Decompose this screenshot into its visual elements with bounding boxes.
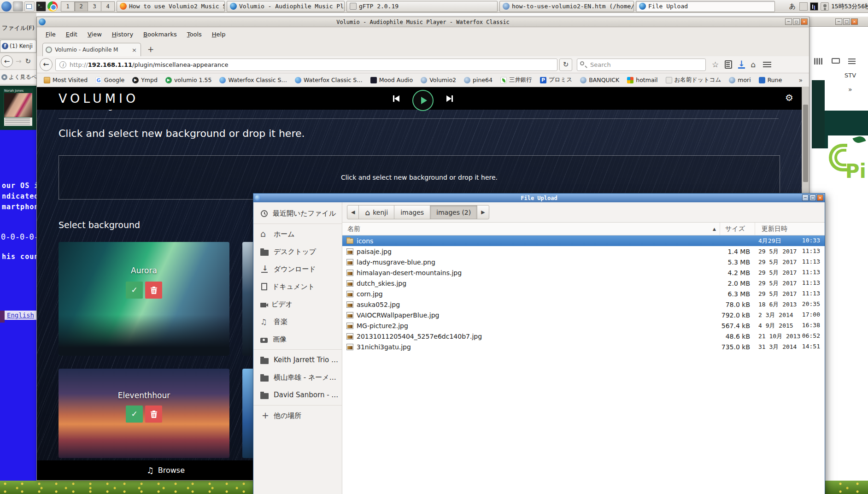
file-row[interactable]: MG-picture2.jpg567.4 kB4 9月 201516:38	[342, 320, 825, 331]
bg-tab-kenji[interactable]: f (1) Kenji	[0, 40, 36, 53]
delete-background-button[interactable]	[145, 406, 162, 423]
delete-background-button[interactable]	[145, 282, 162, 299]
workspace-3[interactable]: 3	[88, 1, 101, 12]
column-header-modified[interactable]: 更新日時	[755, 223, 825, 235]
maximize-icon[interactable]: □	[793, 18, 800, 25]
tray-icon[interactable]	[821, 2, 829, 11]
previous-track-icon[interactable]	[393, 95, 400, 102]
bookmark-item[interactable]: pine64	[462, 76, 495, 84]
bookmark-item[interactable]: volumio 1.55	[163, 76, 214, 84]
menu-view[interactable]: View	[82, 29, 107, 40]
file-row[interactable]: dutch_skies.jpg2.0 MB29 5月 201711:13	[342, 278, 825, 288]
close-icon[interactable]: ×	[801, 18, 808, 25]
tray-icon[interactable]	[799, 2, 808, 11]
reload-icon[interactable]: ↻	[25, 57, 31, 65]
close-icon[interactable]: ×	[817, 194, 823, 201]
tab-close-icon[interactable]: ×	[131, 47, 138, 53]
dialog-titlebar[interactable]: File Upload ─ □ ×	[253, 194, 825, 202]
bookmark-item[interactable]: プロミス	[538, 75, 575, 85]
sidebar-item-home[interactable]: ホーム	[253, 225, 342, 243]
file-row[interactable]: 20131011205404_5257e6dc140b7.jpg48.6 kB2…	[342, 331, 825, 341]
bookmark-item[interactable]: Most Visited	[41, 76, 90, 84]
apply-background-button[interactable]: ✓	[126, 282, 143, 299]
bookmark-star-icon[interactable]: ☆	[712, 60, 719, 69]
windows-icon[interactable]	[24, 1, 35, 12]
menu-tools[interactable]: Tools	[182, 29, 207, 40]
ime-indicator[interactable]: あ	[789, 2, 796, 11]
sidebar-item-bookmark[interactable]: 横山幸雄 - ネーメ…	[253, 369, 342, 386]
site-info-icon[interactable]: i	[59, 61, 66, 68]
bookmark-item[interactable]: Waterfox Classic S…	[293, 76, 365, 84]
breadcrumb-images-2[interactable]: images (2)	[430, 205, 477, 219]
tray-icon[interactable]	[810, 2, 818, 11]
play-button[interactable]	[412, 90, 434, 111]
file-row[interactable]: asuka052.jpg78.0 kB18 6月 201320:35	[342, 299, 825, 310]
sidebar-item-pictures[interactable]: 画像	[253, 330, 342, 348]
bookmark-item[interactable]: Google	[93, 76, 127, 84]
column-header-name[interactable]: 名前▲	[342, 225, 720, 233]
bookmark-item[interactable]: 三井銀行	[498, 75, 534, 85]
menu-bookmarks[interactable]: Bookmarks	[138, 29, 182, 40]
bookmark-item[interactable]: Volumio2	[418, 76, 458, 84]
file-row[interactable]: paisaje.jpg1.4 MB29 5月 201711:13	[342, 246, 825, 257]
bookmark-item[interactable]: Waterfox Classic S…	[217, 76, 289, 84]
bookmark-item[interactable]: お名前ドットコム	[663, 75, 724, 85]
minimize-icon[interactable]: ─	[835, 18, 842, 25]
bookmarks-panel-icon[interactable]	[725, 60, 732, 69]
maximize-icon[interactable]: □	[809, 194, 816, 201]
sidebar-item-bookmark[interactable]: Keith Jarrett Trio …	[253, 351, 342, 369]
menu-file[interactable]: File	[41, 29, 61, 40]
sidebar-item-recent[interactable]: 最近開いたファイル	[253, 205, 342, 222]
column-header-size[interactable]: サイズ	[720, 223, 755, 235]
path-back-button[interactable]: ◀	[347, 205, 359, 219]
chrome-icon[interactable]	[47, 1, 58, 12]
apply-background-button[interactable]: ✓	[126, 406, 143, 423]
sidebar-item-music[interactable]: 音楽	[253, 313, 342, 330]
browser-titlebar[interactable]: Volumio - Audiophile Music Player - Wate…	[37, 17, 809, 27]
downloads-icon[interactable]: ↓	[738, 60, 745, 69]
back-icon[interactable]: ←	[1, 55, 13, 67]
breadcrumb-home[interactable]: ⌂kenji	[358, 205, 394, 219]
terminal-icon[interactable]	[36, 1, 46, 12]
back-button[interactable]: ←	[40, 58, 53, 71]
background-card-aurora[interactable]: Aurora ✓	[59, 242, 229, 356]
settings-gear-icon[interactable]: ⚙	[785, 93, 793, 102]
bookmark-item[interactable]: mori	[727, 76, 753, 84]
tab-volumio[interactable]: Volumio - Audiophile M ×	[42, 43, 141, 56]
maximize-icon[interactable]: □	[843, 18, 850, 25]
menu-edit[interactable]: Edit	[61, 29, 82, 40]
bookmark-item[interactable]: hotmail	[625, 76, 660, 84]
workspace-2[interactable]: 2	[74, 1, 88, 12]
next-track-icon[interactable]	[446, 95, 453, 102]
menu-help[interactable]: Help	[207, 29, 231, 40]
menu-history[interactable]: History	[107, 29, 138, 40]
english-link[interactable]: English	[5, 311, 36, 320]
minimize-icon[interactable]: ─	[785, 18, 792, 25]
bg-file-menu[interactable]: ファイル(F)	[2, 24, 35, 32]
background-card-eleventhhour[interactable]: Eleventhhour ✓	[59, 369, 229, 458]
url-bar[interactable]: i http://192.168.1.11/plugin/miscellanea…	[55, 59, 557, 71]
bookmarks-overflow-chevron[interactable]: »	[798, 76, 803, 84]
launcher-icon[interactable]	[13, 1, 23, 12]
bookmark-item[interactable]: Rune	[757, 76, 785, 84]
bookmark-item[interactable]: Mood Audio	[368, 76, 416, 84]
file-row[interactable]: VAIOCRWallpaperBlue.jpg792.0 kB2 3月 2014…	[342, 310, 825, 320]
minimize-icon[interactable]: ─	[802, 194, 809, 201]
search-input[interactable]	[577, 59, 706, 71]
forward-icon[interactable]: →	[16, 57, 22, 65]
bookmark-item[interactable]: BANQUICK	[578, 76, 622, 84]
bg-quick-row[interactable]: よく見るペ	[0, 70, 36, 84]
path-forward-button[interactable]: ▶	[477, 205, 489, 219]
workspace-1[interactable]: 1	[61, 1, 75, 12]
close-icon[interactable]: ×	[851, 18, 858, 25]
hamburger-menu-icon[interactable]	[763, 62, 771, 63]
sidebar-item-videos[interactable]: ビデオ	[253, 295, 342, 313]
file-row-selected[interactable]: icons4月29日10:33	[342, 235, 825, 246]
reload-button[interactable]: ↻	[559, 59, 572, 71]
taskbar-button-htmlfile[interactable]: how-to-use-volumio2-EN.htm (/home/ke...	[499, 1, 634, 12]
file-row[interactable]: corn.jpg6.3 MB29 5月 201711:13	[342, 288, 825, 299]
file-row[interactable]: lady-musgrave-blue.png5.3 MB29 5月 201711…	[342, 257, 825, 267]
file-row[interactable]: himalayan-desert-mountains.jpg4.2 MB29 5…	[342, 267, 825, 278]
bookmark-item[interactable]: Ympd	[130, 76, 160, 84]
sidebar-item-desktop[interactable]: デスクトップ	[253, 243, 342, 260]
